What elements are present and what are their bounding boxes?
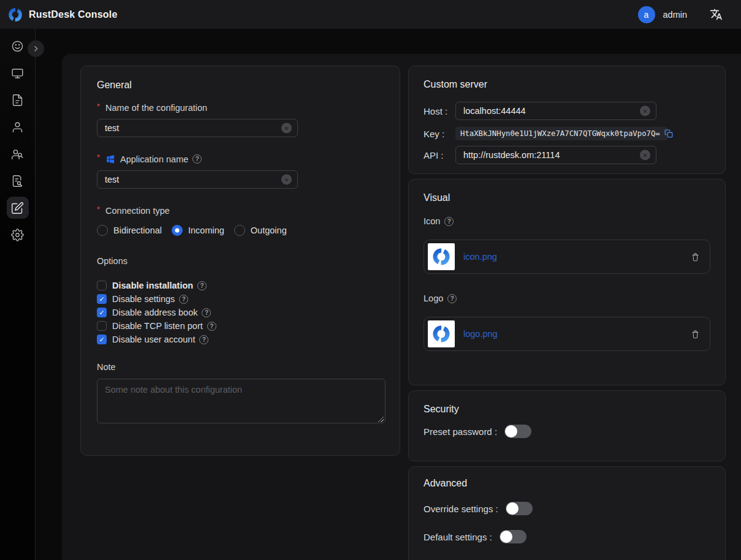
help-icon[interactable] bbox=[444, 217, 454, 226]
key-label: Key : bbox=[424, 129, 455, 139]
security-card: Security Preset password : bbox=[408, 390, 726, 461]
default-settings-toggle[interactable] bbox=[500, 530, 526, 543]
logo-file-link[interactable]: logo.png bbox=[463, 329, 498, 339]
api-input[interactable] bbox=[463, 150, 637, 160]
advanced-card: Advanced Override settings : Default set… bbox=[408, 466, 726, 560]
smiley-icon bbox=[11, 40, 24, 53]
sidebar-item-home[interactable] bbox=[7, 35, 29, 57]
icon-file-link[interactable]: icon.png bbox=[463, 252, 497, 262]
options-checkbox-group: Disable installation Disable settings Di… bbox=[97, 279, 384, 346]
radio-outgoing[interactable]: Outgoing bbox=[234, 225, 287, 236]
note-textarea[interactable] bbox=[97, 379, 386, 423]
advanced-title: Advanced bbox=[424, 478, 710, 489]
help-icon[interactable] bbox=[207, 322, 216, 331]
checkbox[interactable] bbox=[97, 281, 107, 290]
logo-thumbnail bbox=[428, 320, 455, 347]
required-asterisk: * bbox=[97, 102, 100, 111]
content-panel: General * Name of the configuration * Ap… bbox=[62, 54, 741, 560]
trash-icon[interactable] bbox=[691, 252, 700, 262]
options-label: Options bbox=[97, 256, 384, 266]
help-icon[interactable] bbox=[179, 295, 188, 304]
sidebar-item-devices[interactable] bbox=[7, 62, 29, 84]
preset-password-row: Preset password : bbox=[424, 425, 710, 438]
logo-file-row: logo.png bbox=[424, 317, 710, 351]
sidebar-item-custom-clients[interactable] bbox=[7, 197, 29, 219]
user-icon bbox=[11, 121, 24, 134]
sidebar-item-settings[interactable] bbox=[7, 224, 29, 246]
radio-incoming[interactable]: Incoming bbox=[172, 225, 224, 236]
radio-circle[interactable] bbox=[97, 225, 108, 236]
clear-icon[interactable] bbox=[281, 175, 292, 185]
option-disable-user-account[interactable]: Disable user account bbox=[97, 333, 384, 346]
override-settings-label: Override settings : bbox=[424, 504, 498, 514]
application-name-input[interactable] bbox=[105, 175, 279, 184]
api-label: API : bbox=[424, 150, 455, 161]
sidebar-item-documents[interactable] bbox=[7, 89, 29, 111]
sidebar-item-users[interactable] bbox=[7, 116, 29, 138]
key-row: Key : HtaXBkJNHyn0e1U1jWXze7A7CN7QTGWqxk… bbox=[424, 127, 710, 140]
checkbox[interactable] bbox=[97, 294, 107, 304]
help-icon[interactable] bbox=[447, 294, 457, 303]
general-card: General * Name of the configuration * Ap… bbox=[80, 66, 400, 456]
option-disable-installation[interactable]: Disable installation bbox=[97, 279, 384, 292]
sidebar-item-groups[interactable] bbox=[7, 143, 29, 165]
avatar[interactable]: a bbox=[638, 6, 655, 23]
radio-circle[interactable] bbox=[172, 225, 183, 236]
help-icon[interactable] bbox=[202, 308, 211, 317]
security-title: Security bbox=[424, 404, 710, 415]
icon-label: Icon bbox=[424, 216, 710, 226]
option-disable-tcp-listen-port[interactable]: Disable TCP listen port bbox=[97, 319, 384, 333]
username[interactable]: admin bbox=[663, 10, 688, 20]
visual-card: Visual Icon icon.png bbox=[408, 179, 726, 385]
chevron-right-icon bbox=[32, 45, 40, 53]
checkbox[interactable] bbox=[97, 308, 107, 317]
connection-type-radio-group: Bidirectional Incoming Outgoing bbox=[97, 225, 384, 236]
name-input[interactable] bbox=[105, 123, 279, 133]
host-row: Host : bbox=[424, 102, 710, 120]
preset-password-label: Preset password : bbox=[424, 426, 497, 437]
help-icon[interactable] bbox=[192, 154, 202, 164]
option-disable-address-book[interactable]: Disable address book bbox=[97, 306, 384, 319]
translate-icon[interactable] bbox=[710, 8, 723, 21]
preset-password-toggle[interactable] bbox=[504, 425, 531, 438]
default-settings-label: Default settings : bbox=[424, 532, 492, 542]
clear-icon[interactable] bbox=[281, 123, 292, 134]
visual-title: Visual bbox=[424, 192, 710, 203]
trash-icon[interactable] bbox=[691, 330, 700, 339]
icon-file-row: icon.png bbox=[424, 240, 710, 274]
key-value-chip: HtaXBkJNHyn0e1U1jWXze7A7CN7QTGWqxk0tpaVp… bbox=[455, 127, 667, 140]
sidebar-item-audit[interactable] bbox=[7, 170, 29, 192]
app-title: RustDesk Console bbox=[29, 9, 118, 20]
checkbox[interactable] bbox=[97, 321, 107, 331]
host-input[interactable] bbox=[463, 106, 637, 116]
clear-icon[interactable] bbox=[640, 150, 650, 161]
note-label: Note bbox=[97, 362, 384, 372]
user-group-icon bbox=[11, 148, 24, 161]
sidebar-collapse-button[interactable] bbox=[28, 40, 44, 57]
name-input-wrapper bbox=[97, 119, 298, 137]
topbar: RustDesk Console a admin bbox=[0, 0, 741, 29]
clear-icon[interactable] bbox=[640, 106, 650, 116]
host-input-wrapper bbox=[455, 102, 656, 120]
brand: RustDesk Console bbox=[7, 7, 118, 23]
copy-icon[interactable] bbox=[664, 129, 673, 138]
override-settings-row: Override settings : bbox=[424, 502, 710, 515]
file-search-icon bbox=[11, 175, 24, 187]
key-value: HtaXBkJNHyn0e1U1jWXze7A7CN7QTGWqxk0tpaVp… bbox=[460, 129, 660, 138]
gear-icon bbox=[11, 229, 24, 241]
required-asterisk: * bbox=[97, 153, 100, 162]
help-icon[interactable] bbox=[197, 281, 207, 290]
edit-icon bbox=[11, 202, 24, 214]
host-label: Host : bbox=[424, 106, 455, 116]
radio-bidirectional[interactable]: Bidirectional bbox=[97, 225, 162, 236]
checkbox[interactable] bbox=[97, 335, 107, 344]
windows-logo-icon bbox=[105, 154, 116, 164]
logo-label: Logo bbox=[424, 293, 710, 303]
override-settings-toggle[interactable] bbox=[506, 502, 533, 515]
general-title: General bbox=[97, 80, 384, 91]
option-disable-settings[interactable]: Disable settings bbox=[97, 292, 384, 306]
radio-circle[interactable] bbox=[234, 225, 245, 236]
note-textarea-wrapper bbox=[97, 379, 386, 426]
rustdesk-logo-icon bbox=[7, 7, 23, 23]
help-icon[interactable] bbox=[199, 335, 208, 344]
